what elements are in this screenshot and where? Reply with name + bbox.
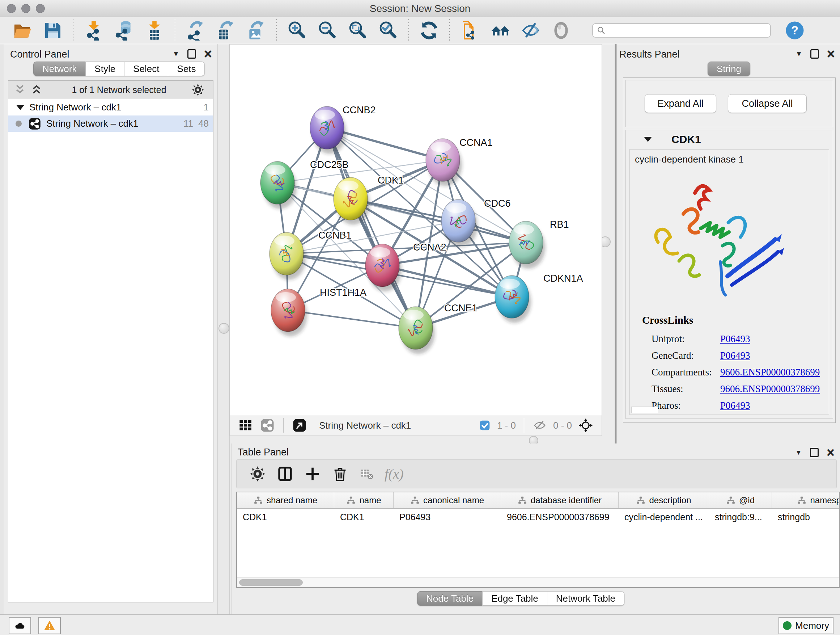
node-RB1[interactable] [509, 221, 545, 269]
edge-CCNB2-CCNE1[interactable] [327, 128, 416, 328]
panel-close-icon[interactable] [204, 50, 212, 57]
tree-expander-icon[interactable] [16, 105, 24, 110]
tab-network[interactable]: Network [33, 62, 86, 76]
panel-menu-icon[interactable] [796, 50, 802, 58]
crosslink-link[interactable]: P06493 [720, 350, 750, 361]
column-header-name[interactable]: name [334, 492, 393, 508]
panel-menu-icon[interactable] [172, 50, 180, 58]
node-CCNB1[interactable] [270, 233, 306, 280]
table-cell[interactable]: 9606.ENSP00000378699 [501, 509, 619, 525]
automation-cloud-button[interactable] [9, 617, 31, 634]
hide-unhide-button[interactable] [521, 20, 541, 41]
export-table-button[interactable] [216, 20, 236, 41]
birds-eye-icon[interactable] [578, 418, 593, 432]
table-cell[interactable]: stringdb [772, 509, 840, 525]
search-input[interactable] [606, 24, 767, 37]
column-header-shared-name[interactable]: shared name [237, 492, 334, 508]
tab-string[interactable]: String [707, 62, 750, 76]
column-header-@id[interactable]: @id [709, 492, 772, 508]
tab-sets[interactable]: Sets [168, 62, 205, 76]
crosslink-link[interactable]: 9606.ENSP00000378699 [720, 383, 820, 394]
expand-all-icon[interactable] [30, 83, 43, 96]
node-HIST1H1A[interactable] [271, 289, 307, 336]
panel-float-icon[interactable] [810, 49, 819, 59]
import-table-button[interactable] [144, 20, 164, 41]
node-table[interactable]: shared namenamecanonical namedatabase id… [236, 492, 840, 588]
tab-edge-table[interactable]: Edge Table [482, 591, 547, 606]
section-expander-icon[interactable] [644, 137, 652, 142]
panel-close-icon[interactable] [827, 50, 835, 57]
network-collection-row[interactable]: String Network – cdk1 1 [8, 99, 213, 116]
add-column-icon[interactable] [304, 466, 321, 482]
gear-icon[interactable] [191, 83, 204, 96]
share-view-icon[interactable] [260, 418, 275, 432]
node-CDC6[interactable] [441, 200, 477, 247]
memory-label: Memory [795, 620, 829, 631]
refresh-button[interactable] [419, 20, 439, 41]
import-network-file-button[interactable] [84, 20, 104, 41]
show-columns-icon[interactable] [277, 466, 294, 482]
open-session-button[interactable] [12, 20, 33, 41]
open-in-window-icon[interactable] [292, 418, 307, 432]
panel-float-icon[interactable] [187, 49, 196, 59]
zoom-in-button[interactable] [287, 20, 307, 41]
table-cell[interactable]: stringdb:9... [709, 509, 772, 525]
zoom-out-button[interactable] [317, 20, 338, 41]
table-row[interactable]: CDK1CDK1P064939606.ENSP00000378699cyclin… [237, 509, 839, 525]
grid-view-icon[interactable] [238, 418, 253, 432]
network-graph[interactable]: CCNB2CCNA1CDC25BCDK1CDC6RB1CCNB1CCNA2CDK… [230, 48, 602, 415]
node-CCNE1[interactable] [399, 307, 435, 354]
warnings-button[interactable] [38, 617, 61, 634]
expand-all-button[interactable]: Expand All [645, 94, 716, 113]
zoom-fit-button[interactable] [347, 20, 368, 41]
hidden-eye-icon[interactable] [533, 418, 546, 432]
crosslink-link[interactable]: P06493 [720, 400, 750, 411]
scrollbar-thumb[interactable] [239, 579, 303, 586]
left-splitter-handle[interactable] [218, 323, 229, 334]
table-horizontal-scrollbar[interactable] [237, 578, 839, 587]
tab-select[interactable]: Select [124, 62, 168, 76]
string-home-button[interactable] [490, 20, 510, 41]
collapse-all-icon[interactable] [13, 83, 27, 96]
panel-float-icon[interactable] [810, 448, 819, 457]
network-row[interactable]: String Network – cdk1 11 48 [8, 116, 213, 132]
table-cell[interactable]: P06493 [393, 509, 501, 525]
node-CCNB2[interactable] [310, 106, 346, 154]
table-cell[interactable]: cyclin-dependent ... [619, 509, 709, 525]
gray-eye-button[interactable] [551, 20, 571, 41]
panel-close-icon[interactable] [827, 449, 835, 456]
collapse-all-button[interactable]: Collapse All [728, 94, 807, 113]
network-view-canvas[interactable]: CCNB2CCNA1CDC25BCDK1CDC6RB1CCNB1CCNA2CDK… [229, 44, 602, 416]
column-header-namespace[interactable]: namespace [772, 492, 840, 508]
search-field[interactable] [592, 23, 771, 38]
column-header-description[interactable]: description [619, 492, 709, 508]
zoom-selected-button[interactable] [378, 20, 398, 41]
node-CCNA2[interactable] [365, 244, 401, 291]
save-session-button[interactable] [43, 20, 63, 41]
column-header-canonical-name[interactable]: canonical name [393, 492, 501, 508]
control-panel-title: Control Panel [10, 49, 69, 60]
table-cell[interactable]: CDK1 [334, 509, 393, 525]
crosslink-link[interactable]: P06493 [720, 333, 750, 345]
tab-network-table[interactable]: Network Table [547, 591, 624, 606]
tab-node-table[interactable]: Node Table [417, 591, 483, 606]
table-cell[interactable]: CDK1 [237, 509, 334, 525]
table-gear-icon[interactable] [249, 466, 266, 482]
memory-button[interactable]: Memory [778, 617, 834, 634]
node-label-CCNE1: CCNE1 [444, 302, 477, 314]
crosslink-link[interactable]: 9606.ENSP00000378699 [720, 367, 820, 378]
export-network-button[interactable] [185, 20, 205, 41]
column-header-database-identifier[interactable]: database identifier [501, 492, 619, 508]
help-button[interactable]: ? [785, 20, 805, 41]
string-document-button[interactable] [460, 20, 480, 41]
tab-style[interactable]: Style [85, 62, 125, 76]
node-CDK1[interactable] [333, 177, 370, 225]
import-network-database-button[interactable] [114, 20, 134, 41]
edge-HIST1H1A-CCNE1[interactable] [288, 310, 416, 328]
panel-menu-icon[interactable] [795, 448, 802, 456]
delete-column-icon[interactable] [332, 466, 348, 482]
export-image-button[interactable] [246, 20, 266, 41]
node-CDKN1A[interactable] [495, 276, 531, 323]
node-result-header[interactable]: CDK1 [626, 130, 833, 149]
selected-checkbox-icon[interactable] [479, 420, 491, 431]
